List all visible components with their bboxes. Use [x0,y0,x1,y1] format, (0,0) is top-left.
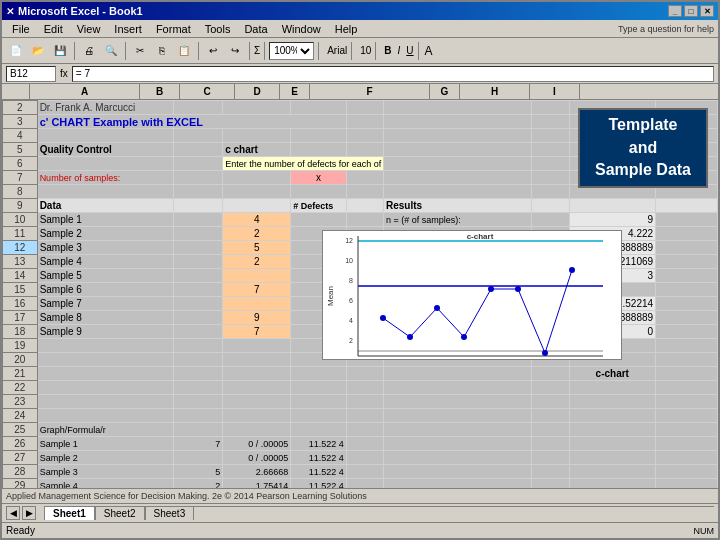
col-header-b: B [140,84,180,99]
menu-data[interactable]: Data [238,22,273,36]
svg-text:8: 8 [349,277,353,284]
tab-prev[interactable]: ◀ [6,506,20,520]
table-row: 24 [3,409,718,423]
svg-text:12: 12 [345,237,353,244]
svg-text:1: 1 [381,358,385,360]
svg-text:4: 4 [349,317,353,324]
bottom-area: Applied Management Science for Decision … [2,488,718,522]
svg-text:7: 7 [543,358,547,360]
template-overlay: TemplateandSample Data [578,108,708,188]
col-header-i: I [530,84,580,99]
app-icon: ✕ [6,6,14,17]
svg-text:6: 6 [516,358,520,360]
minimize-btn[interactable]: _ [668,5,682,17]
col-header-f: F [310,84,430,99]
menu-help[interactable]: Help [329,22,364,36]
sheet-tab-2[interactable]: Sheet2 [95,506,145,520]
window-title: Microsoft Excel - Book1 [18,5,143,17]
title-bar: ✕ Microsoft Excel - Book1 _ □ ✕ [2,2,718,20]
save-btn[interactable]: 💾 [50,41,70,61]
col-header-g: G [430,84,460,99]
table-row: 9 Data # Defects Results [3,199,718,213]
table-row: 21 c-chart [3,367,718,381]
col-header-e: E [280,84,310,99]
svg-text:3: 3 [435,358,439,360]
svg-text:Mean: Mean [326,286,335,306]
print-btn[interactable]: 🖨 [79,41,99,61]
new-btn[interactable]: 📄 [6,41,26,61]
excel-window: ✕ Microsoft Excel - Book1 _ □ ✕ File Edi… [0,0,720,540]
tab-nav: ◀ ▶ [6,506,36,520]
menu-view[interactable]: View [71,22,107,36]
footer-bar: Applied Management Science for Decision … [2,489,718,504]
status-text: Ready [6,525,35,536]
preview-btn[interactable]: 🔍 [101,41,121,61]
col-header-d: D [235,84,280,99]
cut-btn[interactable]: ✂ [130,41,150,61]
c-chart-svg: Mean 12 10 [322,230,622,360]
table-row: 22 [3,381,718,395]
sheet-tab-3[interactable]: Sheet3 [145,506,195,520]
status-bar: Ready NUM [2,522,718,538]
redo-btn[interactable]: ↪ [225,41,245,61]
table-row: 25 Graph/Formula/r [3,423,718,437]
menu-edit[interactable]: Edit [38,22,69,36]
undo-btn[interactable]: ↩ [203,41,223,61]
formula-equals: fx [60,68,68,79]
col-header-a: A [30,84,140,99]
menu-format[interactable]: Format [150,22,197,36]
table-row: 29 Sample 4 2 1.75414 11.522 4 [3,479,718,489]
svg-text:2: 2 [408,358,412,360]
open-btn[interactable]: 📂 [28,41,48,61]
svg-text:2: 2 [349,337,353,344]
col-header-c: C [180,84,235,99]
copy-btn[interactable]: ⎘ [152,41,172,61]
formula-bar: fx [2,64,718,84]
svg-text:10: 10 [345,257,353,264]
spreadsheet-area: A B C D E F G H I 2 Dr. Frank A. Marcucc… [2,84,718,488]
cell-reference[interactable] [6,66,56,82]
menu-tools[interactable]: Tools [199,22,237,36]
svg-text:5: 5 [489,358,493,360]
table-row: 28 Sample 3 5 2.66668 11.522 4 [3,465,718,479]
svg-text:c-chart: c-chart [467,232,494,241]
table-row: 26 Sample 1 7 0 / .00005 11.522 4 [3,437,718,451]
menu-bar: File Edit View Insert Format Tools Data … [2,20,718,38]
svg-text:8: 8 [570,358,574,360]
svg-text:4: 4 [462,358,466,360]
table-row: 23 [3,395,718,409]
tab-next[interactable]: ▶ [22,506,36,520]
formula-input[interactable] [72,66,714,82]
menu-file[interactable]: File [6,22,36,36]
toolbar: 📄 📂 💾 🖨 🔍 ✂ ⎘ 📋 ↩ ↪ Σ 100% 75% 50% Arial… [2,38,718,64]
maximize-btn[interactable]: □ [684,5,698,17]
table-row: 27 Sample 2 0 / .00005 11.522 4 [3,451,718,465]
menu-insert[interactable]: Insert [108,22,148,36]
footer-text: Applied Management Science for Decision … [6,491,367,501]
menu-window[interactable]: Window [276,22,327,36]
chart-area: Mean 12 10 [322,230,622,360]
table-row: 10 Sample 1 4 n = (# of samples): 9 [3,213,718,227]
sheet-tab-1[interactable]: Sheet1 [44,506,95,520]
zoom-select[interactable]: 100% 75% 50% [269,42,314,60]
overlay-text: TemplateandSample Data [595,114,691,181]
svg-text:6: 6 [349,297,353,304]
close-btn[interactable]: ✕ [700,5,714,17]
col-header-h: H [460,84,530,99]
paste-btn[interactable]: 📋 [174,41,194,61]
sheet-tab-bar: ◀ ▶ Sheet1 Sheet2 Sheet3 [2,504,718,522]
